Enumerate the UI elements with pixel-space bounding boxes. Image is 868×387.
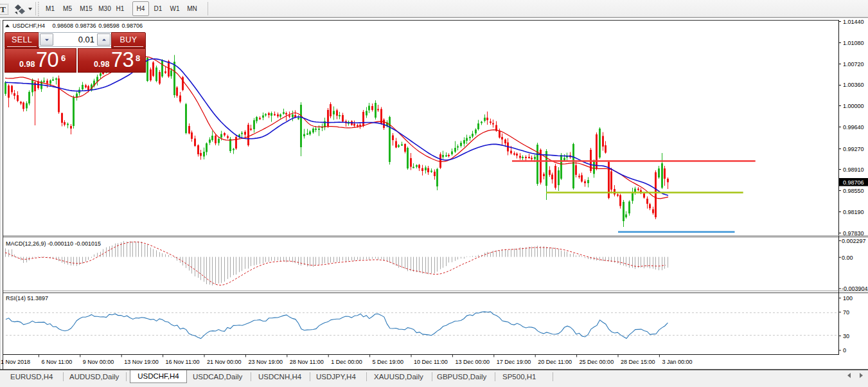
svg-text:0.99640: 0.99640 <box>843 124 864 130</box>
svg-text:1 Dec 00:00: 1 Dec 00:00 <box>331 359 362 365</box>
svg-text:0.002297: 0.002297 <box>842 238 866 244</box>
svg-text:1.01080: 1.01080 <box>843 40 864 46</box>
svg-text:1.00720: 1.00720 <box>843 61 864 68</box>
svg-text:20 Dec 11:00: 20 Dec 11:00 <box>538 359 572 365</box>
svg-text:6 Nov 11:00: 6 Nov 11:00 <box>41 359 72 365</box>
svg-text:1.00360: 1.00360 <box>843 82 864 88</box>
svg-text:0.97830: 0.97830 <box>843 230 864 237</box>
svg-text:25 Dec 00:00: 25 Dec 00:00 <box>580 359 614 365</box>
svg-text:28 Dec 15:00: 28 Dec 15:00 <box>621 359 655 365</box>
svg-text:70: 70 <box>843 309 849 316</box>
svg-text:0.98608: 0.98608 <box>52 22 73 29</box>
svg-text:RSI(14) 51.3897: RSI(14) 51.3897 <box>6 295 48 302</box>
svg-text:13 Dec 00:00: 13 Dec 00:00 <box>455 359 490 365</box>
svg-text:10 Dec 11:00: 10 Dec 11:00 <box>414 359 448 365</box>
svg-text:23 Nov 19:00: 23 Nov 19:00 <box>248 359 283 365</box>
svg-text:0.98706: 0.98706 <box>843 179 864 186</box>
svg-text:28 Nov 11:00: 28 Nov 11:00 <box>290 359 324 365</box>
svg-text:9 Nov 00:00: 9 Nov 00:00 <box>83 359 114 365</box>
svg-text:0.98736: 0.98736 <box>75 22 96 29</box>
svg-text:0.98706: 0.98706 <box>122 22 143 29</box>
svg-text:1.00000: 1.00000 <box>843 103 864 109</box>
svg-text:100: 100 <box>843 295 853 302</box>
svg-text:21 Nov 00:00: 21 Nov 00:00 <box>207 359 242 365</box>
svg-text:0.98190: 0.98190 <box>843 209 864 215</box>
svg-text:16 Nov 11:00: 16 Nov 11:00 <box>166 359 200 365</box>
svg-text:USDCHF,H4: USDCHF,H4 <box>13 22 46 29</box>
svg-text:0.98598: 0.98598 <box>98 22 120 29</box>
svg-text:1 Nov 2018: 1 Nov 2018 <box>1 359 30 365</box>
svg-text:0.00: 0.00 <box>842 255 853 261</box>
svg-text:17 Dec 19:00: 17 Dec 19:00 <box>497 359 531 365</box>
svg-text:3 Jan 00:00: 3 Jan 00:00 <box>662 359 692 365</box>
svg-text:-0.003904: -0.003904 <box>842 285 868 292</box>
svg-text:0.98550: 0.98550 <box>843 188 864 194</box>
svg-text:MACD(12,26,9) -0.000110 -0.001: MACD(12,26,9) -0.000110 -0.001015 <box>6 240 101 247</box>
svg-text:0.98910: 0.98910 <box>843 166 864 173</box>
svg-text:1.01440: 1.01440 <box>843 19 864 25</box>
svg-text:30: 30 <box>843 333 849 339</box>
svg-text:0: 0 <box>843 347 846 354</box>
svg-text:0.99270: 0.99270 <box>843 146 864 152</box>
svg-text:13 Nov 19:00: 13 Nov 19:00 <box>124 359 159 365</box>
svg-text:5 Dec 19:00: 5 Dec 19:00 <box>373 359 404 365</box>
